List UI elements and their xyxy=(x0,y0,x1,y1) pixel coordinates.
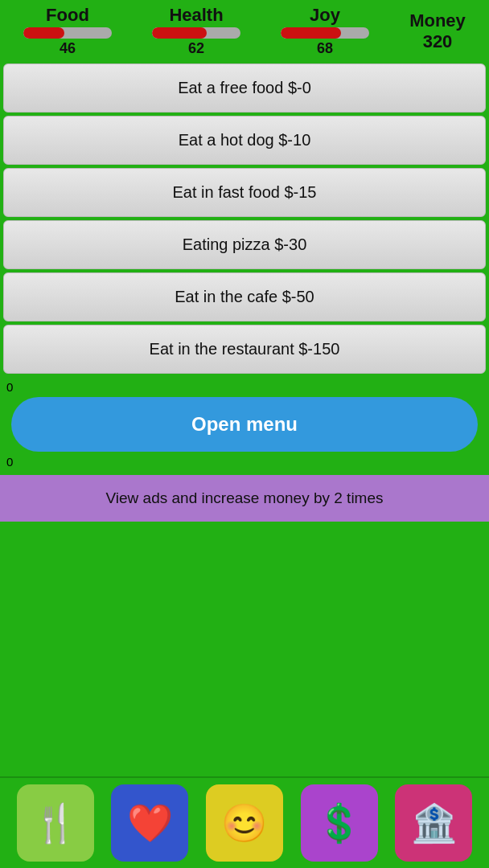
ads-banner[interactable]: View ads and increase money by 2 times xyxy=(0,475,489,522)
action-free-food[interactable]: Eat a free food $-0 xyxy=(3,63,486,113)
side-label-top: 0 xyxy=(0,377,489,397)
side-label-top-text: 0 xyxy=(3,379,16,395)
nav-joy-button[interactable]: 😊 xyxy=(206,784,283,862)
action-cafe[interactable]: Eat in the cafe $-50 xyxy=(3,272,486,321)
open-menu-button[interactable]: Open menu xyxy=(11,397,478,452)
health-nav-icon: ❤️ xyxy=(127,801,173,845)
food-nav-icon: 🍴 xyxy=(32,801,78,845)
nav-bank-button[interactable]: 🏦 xyxy=(395,784,472,862)
action-restaurant[interactable]: Eat in the restaurant $-150 xyxy=(3,325,486,374)
health-bar xyxy=(152,27,240,39)
nav-money-button[interactable]: 💲 xyxy=(301,784,378,862)
food-bar xyxy=(23,27,112,39)
health-value: 62 xyxy=(188,40,204,57)
side-label-bottom: 0 xyxy=(0,452,489,472)
bottom-nav: 🍴 ❤️ 😊 💲 🏦 xyxy=(0,776,489,868)
food-value: 46 xyxy=(60,40,76,57)
header: Food 46 Health 62 Joy 68 Money 320 xyxy=(0,0,489,60)
health-bar-fill xyxy=(152,27,207,39)
money-nav-icon: 💲 xyxy=(316,801,362,845)
money-stat: Money 320 xyxy=(405,10,470,52)
joy-label: Joy xyxy=(310,5,340,26)
health-label: Health xyxy=(169,5,223,26)
health-stat: Health 62 xyxy=(148,5,244,57)
side-label-bottom-text: 0 xyxy=(3,453,16,470)
food-label: Food xyxy=(46,5,89,26)
actions-list: Eat a free food $-0 Eat a hot dog $-10 E… xyxy=(0,63,489,377)
nav-health-button[interactable]: ❤️ xyxy=(111,784,188,862)
food-bar-fill xyxy=(23,27,64,39)
joy-bar xyxy=(281,27,369,39)
action-hot-dog[interactable]: Eat a hot dog $-10 xyxy=(3,116,486,165)
action-fast-food[interactable]: Eat in fast food $-15 xyxy=(3,168,486,217)
joy-nav-icon: 😊 xyxy=(221,801,267,845)
joy-stat: Joy 68 xyxy=(277,5,373,57)
money-label: Money xyxy=(409,10,466,31)
joy-bar-fill xyxy=(281,27,341,39)
money-value: 320 xyxy=(423,31,453,52)
nav-food-button[interactable]: 🍴 xyxy=(17,784,94,862)
joy-value: 68 xyxy=(317,40,333,57)
action-pizza[interactable]: Eating pizza $-30 xyxy=(3,220,486,269)
food-stat: Food 46 xyxy=(19,5,116,57)
bank-nav-icon: 🏦 xyxy=(411,801,457,845)
